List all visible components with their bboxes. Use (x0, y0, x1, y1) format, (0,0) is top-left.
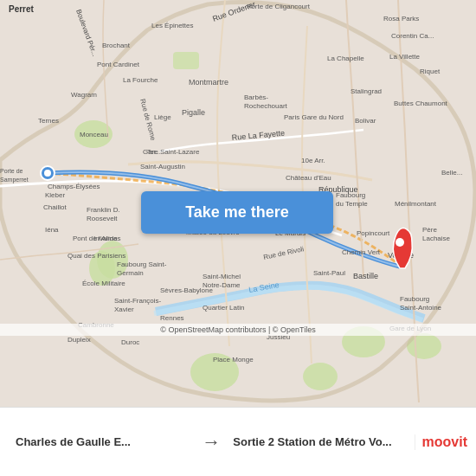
svg-text:Chaillot: Chaillot (43, 203, 67, 211)
svg-text:Rennes: Rennes (160, 314, 184, 322)
svg-text:Roosevelt: Roosevelt (87, 215, 118, 222)
svg-point-92 (396, 238, 404, 247)
svg-text:Rochechouart: Rochechouart (244, 102, 288, 110)
svg-text:Sèvres-Babylone: Sèvres-Babylone (160, 286, 213, 294)
svg-text:Quartier Latin: Quartier Latin (203, 304, 244, 312)
svg-text:Ménilmontant: Ménilmontant (395, 200, 437, 208)
svg-text:Saint-Antoine: Saint-Antoine (400, 304, 442, 312)
svg-text:Château d'Eau: Château d'Eau (286, 174, 331, 182)
svg-text:Pigalle: Pigalle (182, 108, 205, 117)
bottom-bar: Charles de Gaulle E... → Sortie 2 Statio… (0, 407, 476, 476)
svg-text:Riquet: Riquet (420, 68, 441, 75)
svg-text:Père: Père (422, 226, 437, 234)
svg-text:Xavier: Xavier (114, 306, 134, 313)
svg-text:Duroc: Duroc (121, 338, 139, 346)
arrow-icon: → (196, 431, 226, 453)
svg-text:École Militaire: École Militaire (82, 280, 125, 287)
svg-text:Stalingrad: Stalingrad (351, 87, 382, 95)
svg-text:Brochant: Brochant (102, 42, 131, 49)
svg-text:Ternes: Ternes (38, 117, 59, 125)
svg-text:Chemin Vert: Chemin Vert (342, 248, 381, 256)
svg-text:Faubourg Saint-: Faubourg Saint- (117, 261, 167, 268)
svg-text:Franklin D.: Franklin D. (87, 206, 120, 214)
svg-text:Montmartre: Montmartre (189, 78, 228, 87)
svg-text:Germain: Germain (117, 269, 144, 277)
origin-location: Charles de Gaulle E... (9, 435, 196, 448)
svg-text:Faubourg: Faubourg (400, 295, 429, 303)
svg-text:Bolivar: Bolivar (355, 117, 376, 125)
svg-text:Saint-Paul: Saint-Paul (313, 269, 345, 277)
svg-rect-4 (173, 52, 199, 69)
svg-text:Dupleix: Dupleix (68, 336, 91, 344)
svg-text:10e Arr.: 10e Arr. (301, 157, 325, 164)
svg-text:Barbès-: Barbès- (244, 93, 268, 101)
svg-point-8 (303, 363, 338, 390)
destination-name: Sortie 2 Station de Métro Vo... (233, 435, 407, 448)
map-container: Rue Ordener Boulevard Pér... Montmartre … (0, 0, 476, 407)
svg-text:Porte de: Porte de (0, 168, 23, 174)
svg-text:La Fourche: La Fourche (123, 76, 158, 84)
svg-text:Buttes Chaumont: Buttes Chaumont (394, 100, 448, 107)
origin-name: Charles de Gaulle E... (16, 435, 190, 448)
svg-text:Pont de l'Alma: Pont de l'Alma (73, 235, 118, 242)
svg-text:Lachaise: Lachaise (422, 235, 451, 242)
svg-text:Rosa Parks: Rosa Parks (383, 15, 419, 23)
svg-text:Corentin Ca...: Corentin Ca... (391, 32, 434, 40)
svg-text:Champs-Élysées: Champs-Élysées (48, 183, 100, 190)
svg-text:Saint-Augustin: Saint-Augustin (140, 163, 185, 170)
svg-text:Wagram: Wagram (71, 91, 97, 99)
svg-text:Pont Cardinet: Pont Cardinet (97, 61, 140, 68)
svg-text:Quai des Parisiens: Quai des Parisiens (68, 252, 125, 260)
moovit-text: moovit (422, 434, 467, 450)
svg-text:Monceau: Monceau (80, 131, 108, 138)
svg-text:Faubourg: Faubourg (336, 191, 365, 199)
moovit-logo: moovit (415, 434, 467, 450)
svg-text:Les Épinettes: Les Épinettes (151, 22, 193, 29)
svg-text:Saint-François-: Saint-François- (114, 297, 162, 305)
take-me-there-button[interactable]: Take me there (141, 191, 333, 234)
svg-text:Perret: Perret (9, 4, 35, 14)
svg-text:Saint-Michel: Saint-Michel (203, 273, 241, 280)
svg-text:La Chapelle: La Chapelle (327, 55, 364, 62)
svg-point-91 (44, 170, 51, 177)
svg-text:Iéna: Iéna (45, 226, 59, 234)
svg-text:Belle...: Belle... (441, 169, 462, 177)
svg-text:Samperret: Samperret (0, 177, 29, 183)
svg-text:Place Monge: Place Monge (213, 356, 254, 363)
svg-text:Popincourt: Popincourt (357, 229, 390, 237)
destination-location: Sortie 2 Station de Métro Vo... (226, 435, 414, 448)
map-attribution: © OpenStreetMap contributors | © OpenTil… (0, 324, 476, 336)
svg-text:Ter...: Ter... (147, 149, 160, 155)
svg-text:Kleber: Kleber (45, 191, 65, 199)
svg-text:du Temple: du Temple (336, 200, 368, 208)
svg-text:Bastille: Bastille (353, 272, 378, 280)
svg-text:Porte de Cligancourt: Porte de Cligancourt (247, 3, 311, 10)
svg-text:Liège: Liège (154, 113, 171, 121)
svg-text:Paris Gare du Nord: Paris Gare du Nord (284, 113, 344, 121)
svg-text:La Villette: La Villette (389, 53, 421, 61)
